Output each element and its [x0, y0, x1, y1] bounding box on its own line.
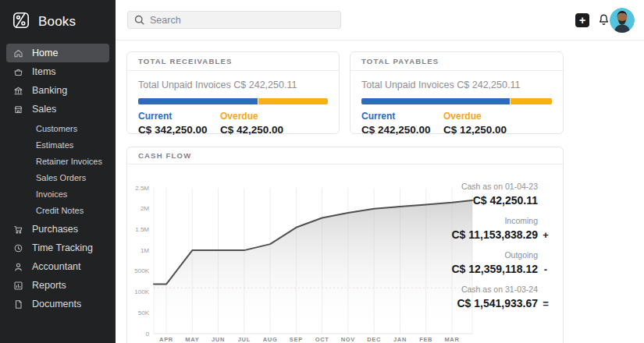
sidebar-item-label: Estimates: [36, 140, 73, 150]
y-axis-tick-label: 2.5M: [135, 185, 149, 192]
x-axis-month-label: AUG: [263, 336, 278, 343]
y-axis-tick-label: 2M: [141, 205, 149, 212]
search-icon: [133, 14, 145, 29]
sidebar-item-label: Purchases: [32, 224, 78, 235]
search-input[interactable]: [127, 11, 341, 29]
sidebar-item-banking[interactable]: Banking: [6, 81, 109, 100]
cash-flow-chart: 2.5M2M1.5M1M500K100K50K0APRMAYJUNJULAUGS…: [127, 163, 480, 343]
app-logo[interactable]: Books: [0, 0, 116, 42]
bar-chart-icon: [13, 281, 23, 291]
x-axis-month-label: MAR: [444, 336, 459, 343]
sidebar-item-estimates[interactable]: Estimates: [6, 136, 109, 153]
stat-outgoing: Outgoing C$ 12,359,118.12-: [430, 250, 553, 275]
receivables-overdue-value: C$ 42,250.00: [220, 124, 283, 136]
stat-label: Outgoing: [430, 250, 538, 260]
sidebar-item-items[interactable]: Items: [6, 62, 109, 81]
sidebar-item-label: Sales Orders: [36, 173, 86, 182]
sidebar-item-label: Customers: [36, 124, 77, 133]
notifications-bell-icon[interactable]: [597, 13, 610, 30]
sidebar-item-customers[interactable]: Customers: [6, 120, 109, 136]
sidebar-item-invoices[interactable]: Invoices: [6, 186, 109, 202]
store-icon: [13, 104, 23, 115]
stat-label: Incoming: [430, 216, 538, 225]
stat-value: C$ 1,541,933.67: [457, 297, 538, 309]
sidebar-item-purchases[interactable]: Purchases: [6, 220, 109, 239]
payables-current-value: C$ 242,250.00: [361, 124, 443, 136]
sidebar-item-label: Retainer Invoices: [36, 157, 102, 166]
cash-flow-area: [154, 200, 472, 334]
stat-value: C$ 12,359,118.12: [451, 263, 538, 275]
items-icon: [13, 67, 23, 77]
document-icon: [13, 299, 23, 309]
stat-value: C$ 42,250.11: [473, 194, 538, 207]
sidebar-item-label: Documents: [32, 299, 81, 309]
sidebar-item-reports[interactable]: Reports: [6, 276, 109, 295]
app-title: Books: [38, 14, 76, 30]
cash-flow-card: CASH FLOW 2.5M2M1.5M1M500K100K50K0APRMAY…: [126, 147, 564, 343]
stat-closing-cash: Cash as on 31-03-24 C$ 1,541,933.67=: [430, 285, 553, 309]
receivables-card-title: TOTAL RECEIVABLES: [127, 52, 339, 71]
x-axis-month-label: FEB: [419, 336, 432, 343]
sidebar-item-label: Reports: [32, 280, 66, 291]
x-axis-month-label: DEC: [367, 336, 381, 343]
receivables-bar-current: [138, 98, 258, 104]
receivables-current-value: C$ 342,250.00: [138, 124, 220, 136]
sidebar-item-credit-notes[interactable]: Credit Notes: [6, 202, 109, 218]
minus-symbol: -: [538, 263, 553, 275]
y-axis-tick-label: 100K: [134, 288, 149, 295]
home-icon: [13, 48, 23, 58]
y-axis-tick-label: 50K: [138, 309, 150, 316]
total-receivables-card: TOTAL RECEIVABLES Total Unpaid Invoices …: [126, 51, 340, 134]
quick-add-button[interactable]: +: [575, 13, 589, 27]
user-avatar[interactable]: [610, 8, 635, 33]
sidebar-item-documents[interactable]: Documents: [6, 295, 109, 313]
y-axis-tick-label: 1.5M: [135, 226, 149, 233]
sidebar-item-label: Credit Notes: [36, 206, 84, 215]
stat-opening-cash: Cash as on 01-04-23 C$ 42,250.11: [430, 182, 553, 207]
stat-value: C$ 11,153,838.29: [451, 228, 538, 241]
sidebar-nav: Home Items Banking Sales Customers Estim…: [0, 42, 116, 313]
receivables-subtitle: Total Unpaid Invoices C$ 242,250.11: [138, 80, 328, 90]
x-axis-month-label: APR: [159, 336, 173, 343]
y-axis-tick-label: 0: [146, 331, 150, 338]
payables-overdue-value: C$ 12,250.00: [443, 124, 507, 136]
payables-bar-overdue: [510, 98, 552, 104]
x-axis-month-label: NOV: [341, 336, 355, 343]
x-axis-month-label: OCT: [315, 336, 329, 343]
receivables-current-label: Current: [138, 111, 220, 122]
sidebar-item-sales[interactable]: Sales: [6, 100, 109, 118]
books-logo-icon: [11, 10, 31, 34]
stat-incoming: Incoming C$ 11,153,838.29+: [430, 216, 553, 241]
y-axis-tick-label: 500K: [134, 267, 149, 274]
cash-flow-stats: Cash as on 01-04-23 C$ 42,250.11 Incomin…: [430, 182, 563, 309]
x-axis-month-label: SEP: [290, 336, 303, 343]
bank-icon: [13, 86, 23, 96]
plus-symbol: +: [538, 229, 553, 241]
topbar: +: [116, 0, 644, 41]
sidebar-item-label: Accountant: [32, 261, 81, 272]
sidebar-item-label: Time Tracking: [32, 242, 93, 253]
total-payables-card: TOTAL PAYABLES Total Unpaid Invoices C$ …: [350, 51, 564, 134]
equals-symbol: =: [538, 298, 553, 309]
receivables-overdue-label: Overdue: [220, 111, 283, 122]
payables-bar-current: [361, 98, 510, 104]
payables-subtitle: Total Unpaid Invoices C$ 242,250.11: [361, 80, 552, 90]
receivables-bar-overdue: [258, 98, 328, 104]
sidebar-item-home[interactable]: Home: [6, 44, 109, 62]
cart-icon: [13, 225, 23, 235]
payables-progress-bar: [361, 98, 552, 104]
x-axis-month-label: JUN: [212, 336, 225, 343]
sidebar-item-label: Home: [32, 48, 58, 58]
y-axis-tick-label: 1M: [141, 247, 149, 254]
person-icon: [13, 262, 23, 272]
payables-current-label: Current: [361, 111, 443, 122]
sidebar-item-sales-orders[interactable]: Sales Orders: [6, 169, 109, 186]
sidebar-item-retainer-invoices[interactable]: Retainer Invoices: [6, 153, 109, 169]
x-axis-month-label: JUL: [238, 336, 251, 343]
sidebar: Books Home Items Banking Sales: [0, 0, 116, 343]
stat-label: Cash as on 01-04-23: [430, 182, 538, 191]
sidebar-item-accountant[interactable]: Accountant: [6, 257, 109, 276]
main-area: + TOTAL RECEIVABLES Total Unpaid Invoice…: [116, 0, 644, 343]
sidebar-item-time-tracking[interactable]: Time Tracking: [6, 239, 109, 257]
sales-submenu: Customers Estimates Retainer Invoices Sa…: [0, 120, 116, 218]
